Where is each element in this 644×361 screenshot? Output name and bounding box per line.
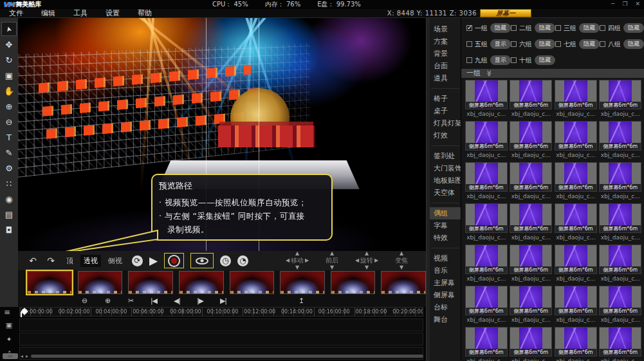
group-checkbox[interactable]: [511, 41, 517, 47]
cat-stage[interactable]: 舞台: [430, 313, 461, 326]
go-start-button[interactable]: |◀: [149, 297, 159, 305]
view-side[interactable]: 侧视: [105, 255, 125, 267]
note-tool[interactable]: ✎: [1, 145, 17, 160]
prop-card[interactable]: 侧屏幕6m*6m: [555, 245, 597, 274]
visibility-toggle-button[interactable]: 隐藏: [579, 23, 600, 33]
cat-gate-decor[interactable]: 大门装饰: [430, 162, 461, 174]
prop-item[interactable]: 侧屏幕6m*6m xbj_daoju_c...: [509, 327, 554, 361]
prop-card[interactable]: 侧屏幕6m*6m: [555, 203, 597, 233]
cat-background[interactable]: 背景: [430, 48, 461, 60]
view-top[interactable]: 顶: [63, 255, 77, 267]
prop-item[interactable]: 侧屏幕6m*6m xbj_daoju_c...: [553, 121, 598, 162]
prop-card[interactable]: 侧屏幕6m*6m: [555, 286, 597, 315]
layers-tool[interactable]: ▤: [1, 207, 17, 221]
prop-card[interactable]: 侧屏幕6m*6m: [465, 327, 508, 356]
grid-tool[interactable]: ∷: [1, 176, 17, 190]
prop-item[interactable]: 侧屏幕6m*6m xbj_daoju_c...: [553, 245, 598, 286]
cat-chair[interactable]: 椅子: [430, 93, 461, 105]
timer-button[interactable]: ◷: [220, 255, 231, 266]
arrow-up-icon[interactable]: ▲: [330, 251, 334, 256]
cat-skybox[interactable]: 天空体: [430, 187, 461, 199]
minimize-button[interactable]: ─: [611, 1, 614, 7]
menu-file[interactable]: 文件: [0, 8, 32, 18]
arrow-up-icon[interactable]: ▲: [365, 251, 369, 256]
prop-card[interactable]: 侧屏幕6m*6m: [465, 286, 508, 315]
arrow-down-icon[interactable]: ▼: [295, 265, 299, 270]
arrow-left-icon[interactable]: ◀: [355, 258, 359, 263]
prop-item[interactable]: 侧屏幕6m*6m xbj_daoju_c...: [509, 245, 554, 286]
cat-music[interactable]: 音乐: [430, 264, 461, 277]
visibility-toggle-button[interactable]: 隐藏: [535, 23, 555, 33]
visibility-toggle-button[interactable]: 隐藏: [579, 39, 600, 49]
close-button[interactable]: ✕: [635, 1, 640, 7]
prop-item[interactable]: 侧屏幕6m*6m xbj_daoju_c...: [598, 203, 643, 245]
prop-item[interactable]: 侧屏幕6m*6m xbj_daoju_c...: [553, 327, 598, 361]
zoom-in-tool[interactable]: ⊕: [1, 99, 17, 113]
prop-item[interactable]: 侧屏幕6m*6m xbj_daoju_c...: [464, 80, 509, 121]
view-perspective[interactable]: 透视: [80, 255, 101, 267]
camera-thumbnail[interactable]: [381, 271, 426, 294]
cat-floor-decal[interactable]: 地板贴图: [430, 174, 461, 187]
prop-card[interactable]: 侧屏幕6m*6m: [510, 245, 552, 274]
zoom-out-tool[interactable]: ⊖: [1, 115, 17, 129]
menu-help[interactable]: 帮助: [129, 8, 161, 18]
prop-card[interactable]: 侧屏幕6m*6m: [599, 327, 641, 356]
prop-item[interactable]: 侧屏幕6m*6m xbj_daoju_c...: [464, 203, 509, 245]
cat-table[interactable]: 桌子: [430, 105, 461, 117]
dpad-rotate[interactable]: ▲ ◀ 旋转 ▶ ▼: [354, 251, 380, 271]
timeline-ruler[interactable]: 00:00:00:0000:02:00:0000:04:00:0000:06:0…: [19, 307, 423, 317]
maximize-button[interactable]: ❐: [622, 1, 627, 7]
prop-card[interactable]: 侧屏幕6m*6m: [510, 121, 552, 151]
prop-card[interactable]: 侧屏幕6m*6m: [599, 203, 641, 233]
cat-scene[interactable]: 场景: [430, 23, 461, 35]
arrow-right-icon[interactable]: ▶: [374, 258, 378, 263]
group-checkbox[interactable]: [511, 25, 517, 31]
camera-thumbnail[interactable]: [78, 271, 123, 294]
screen-one-button[interactable]: 屏幕一: [480, 9, 531, 17]
camera-thumbnail[interactable]: [27, 271, 72, 294]
camera-path-button[interactable]: ◔: [237, 255, 248, 266]
cat-signin[interactable]: 签到处: [430, 150, 461, 162]
text-tool[interactable]: T: [1, 130, 17, 144]
zoom-out-button[interactable]: ⊖: [79, 297, 89, 305]
cat-light-fx[interactable]: 灯效: [430, 129, 461, 142]
prop-item[interactable]: 侧屏幕6m*6m xbj_daoju_c...: [553, 162, 598, 203]
group-checkbox[interactable]: [466, 41, 472, 47]
camera-thumbnail[interactable]: [280, 271, 325, 294]
prop-card[interactable]: 侧屏幕6m*6m: [510, 327, 552, 356]
cat-plan[interactable]: 方案: [430, 35, 461, 48]
cut-button[interactable]: ✂: [125, 297, 136, 305]
prop-card[interactable]: 侧屏幕6m*6m: [510, 203, 552, 233]
prop-item[interactable]: 侧屏幕6m*6m xbj_daoju_c...: [464, 245, 509, 286]
camera-tool[interactable]: ◉: [1, 192, 17, 206]
menu-edit[interactable]: 编辑: [32, 8, 64, 18]
prop-item[interactable]: 侧屏幕6m*6m xbj_daoju_c...: [464, 162, 509, 203]
prop-item[interactable]: 侧屏幕6m*6m xbj_daoju_c...: [464, 286, 509, 327]
arrow-up-icon[interactable]: ▲: [400, 251, 403, 256]
cat-video[interactable]: 视频: [430, 252, 461, 264]
prop-card[interactable]: 侧屏幕6m*6m: [465, 80, 508, 109]
group-checkbox[interactable]: [555, 41, 561, 47]
cat-light-rig[interactable]: 灯具灯架: [430, 117, 461, 129]
group-checkbox[interactable]: [555, 25, 561, 31]
visibility-toggle-button[interactable]: 隐藏: [535, 55, 555, 65]
rotate-tool[interactable]: ↻: [1, 53, 17, 67]
group-checkbox[interactable]: [600, 25, 605, 31]
timeline-track-1[interactable]: [19, 319, 423, 331]
prop-item[interactable]: 侧屏幕6m*6m xbj_daoju_c...: [464, 121, 509, 162]
prop-item[interactable]: 侧屏幕6m*6m xbj_daoju_c...: [598, 245, 643, 286]
camera-thumbnail[interactable]: [230, 271, 275, 294]
prop-item[interactable]: 侧屏幕6m*6m xbj_daoju_c...: [598, 121, 643, 162]
arrow-down-icon[interactable]: ▼: [400, 265, 403, 270]
arrow-right-icon[interactable]: ▶: [305, 258, 309, 263]
dpad-zoom[interactable]: ▲ ◀ 变焦 ▶ ▼: [389, 251, 414, 271]
prop-card[interactable]: 侧屏幕6m*6m: [465, 121, 508, 151]
group-checkbox[interactable]: [511, 57, 517, 63]
visibility-toggle-button[interactable]: 显示: [490, 39, 511, 49]
cat-main-screen[interactable]: 主屏幕: [430, 277, 461, 289]
prop-card[interactable]: 侧屏幕6m*6m: [599, 286, 641, 315]
viewport-3d[interactable]: 预览路径 · 视频预览——按照机位顺序自动预览；· 与左侧 “采集按钮” 同时按…: [18, 18, 426, 251]
visibility-toggle-button[interactable]: 隐藏: [535, 39, 555, 49]
prop-card[interactable]: 侧屏幕6m*6m: [599, 121, 641, 151]
prop-card[interactable]: 侧屏幕6m*6m: [555, 80, 597, 109]
